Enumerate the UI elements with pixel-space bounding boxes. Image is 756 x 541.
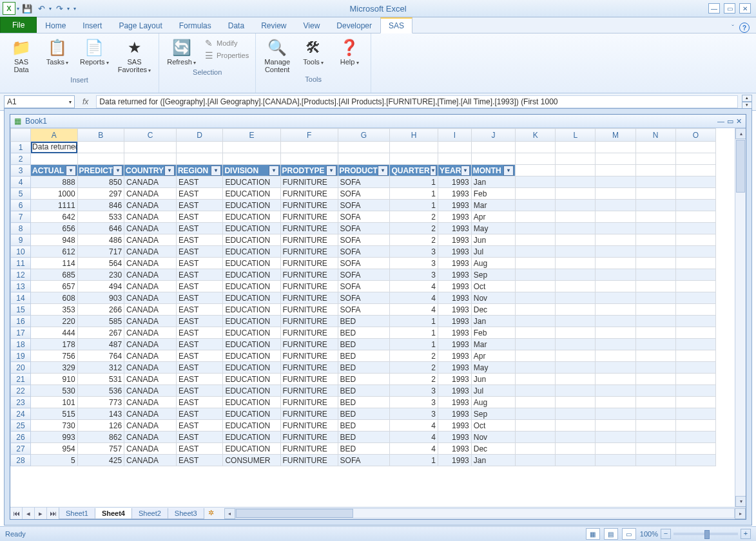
- cell[interactable]: 757: [77, 443, 124, 455]
- cell[interactable]: EAST: [176, 304, 223, 316]
- cell[interactable]: EAST: [176, 397, 223, 408]
- cell[interactable]: 642: [31, 211, 78, 223]
- cell[interactable]: [556, 455, 596, 466]
- cell[interactable]: [675, 385, 715, 397]
- cell[interactable]: 657: [31, 281, 78, 292]
- cell[interactable]: FURNITURE: [280, 258, 338, 269]
- cell[interactable]: [635, 316, 675, 327]
- cell[interactable]: [516, 188, 556, 200]
- cell[interactable]: 312: [77, 362, 124, 374]
- cell[interactable]: 585: [77, 316, 124, 327]
- cell[interactable]: 1: [390, 200, 438, 211]
- cell[interactable]: 730: [31, 420, 78, 432]
- ribbon-minimize-icon[interactable]: ˇ: [732, 24, 734, 32]
- cell[interactable]: 126: [77, 420, 124, 432]
- cell[interactable]: [516, 304, 556, 316]
- filter-dropdown-icon[interactable]: ▾: [378, 166, 388, 176]
- cell[interactable]: [635, 281, 675, 292]
- workbook-close-button[interactable]: ✕: [736, 117, 742, 126]
- cell[interactable]: EDUCATION: [223, 304, 280, 316]
- cell[interactable]: [556, 153, 596, 165]
- row-header[interactable]: 25: [11, 420, 31, 432]
- zoom-control[interactable]: 100% − +: [640, 529, 751, 539]
- cell[interactable]: [596, 362, 635, 374]
- cell[interactable]: EDUCATION: [223, 443, 280, 455]
- cell[interactable]: FURNITURE: [280, 339, 338, 350]
- cell[interactable]: [516, 142, 556, 153]
- ribbon-help-button[interactable]: ❓Help: [332, 36, 367, 75]
- tab-review[interactable]: Review: [253, 18, 295, 33]
- cell[interactable]: FURNITURE: [280, 176, 338, 188]
- cell[interactable]: 2: [390, 362, 438, 374]
- cell[interactable]: [556, 211, 596, 223]
- help-icon[interactable]: ?: [739, 23, 750, 33]
- close-button[interactable]: ✕: [739, 3, 751, 14]
- cell[interactable]: [556, 350, 596, 362]
- cell[interactable]: 5: [31, 455, 78, 466]
- cell[interactable]: [675, 443, 715, 455]
- cell[interactable]: 1: [390, 339, 438, 350]
- cell[interactable]: 1993: [438, 269, 471, 281]
- cell[interactable]: [596, 153, 635, 165]
- cell[interactable]: CANADA: [124, 316, 177, 327]
- filter-dropdown-icon[interactable]: ▾: [461, 166, 469, 176]
- cell[interactable]: EAST: [176, 374, 223, 385]
- cell[interactable]: BED: [338, 385, 390, 397]
- cell[interactable]: FURNITURE: [280, 269, 338, 281]
- save-icon[interactable]: 💾: [21, 2, 34, 15]
- cell[interactable]: [438, 153, 471, 165]
- cell[interactable]: FURNITURE: [280, 292, 338, 304]
- cell[interactable]: CANADA: [124, 188, 177, 200]
- cell[interactable]: [556, 258, 596, 269]
- cell[interactable]: [675, 153, 715, 165]
- cell[interactable]: 612: [31, 246, 78, 258]
- cell[interactable]: [675, 269, 715, 281]
- cell[interactable]: [635, 176, 675, 188]
- cell[interactable]: 1993: [438, 316, 471, 327]
- redo-icon[interactable]: ↷: [53, 2, 66, 15]
- filter-dropdown-icon[interactable]: ▾: [269, 166, 279, 176]
- cell[interactable]: [635, 455, 675, 466]
- cell[interactable]: Nov: [471, 292, 515, 304]
- cell[interactable]: 717: [77, 246, 124, 258]
- cell[interactable]: [675, 234, 715, 246]
- cell[interactable]: Feb: [471, 327, 515, 339]
- table-header-cell[interactable]: MONTH▾: [471, 165, 515, 176]
- cell[interactable]: [390, 142, 438, 153]
- ribbon-modify-button[interactable]: ✎Modify: [201, 37, 251, 49]
- cell[interactable]: SOFA: [338, 188, 390, 200]
- tab-sas[interactable]: SAS: [380, 17, 412, 33]
- row-header[interactable]: 19: [11, 350, 31, 362]
- cell[interactable]: [675, 374, 715, 385]
- cell[interactable]: FURNITURE: [280, 385, 338, 397]
- column-header-B[interactable]: B: [77, 129, 124, 142]
- cell[interactable]: BED: [338, 339, 390, 350]
- cell[interactable]: [516, 397, 556, 408]
- cell[interactable]: 4: [390, 281, 438, 292]
- cell[interactable]: [675, 165, 715, 176]
- cell[interactable]: Sep: [471, 408, 515, 420]
- cell[interactable]: BED: [338, 397, 390, 408]
- row-header[interactable]: 15: [11, 304, 31, 316]
- cell[interactable]: 1993: [438, 234, 471, 246]
- cell[interactable]: [390, 153, 438, 165]
- cell[interactable]: EAST: [176, 292, 223, 304]
- cell[interactable]: SOFA: [338, 455, 390, 466]
- cell[interactable]: 846: [77, 200, 124, 211]
- cell[interactable]: [596, 304, 635, 316]
- ribbon-refresh-button[interactable]: 🔄Refresh: [163, 36, 200, 68]
- cell[interactable]: [176, 153, 223, 165]
- row-header[interactable]: 26: [11, 432, 31, 443]
- cell[interactable]: EAST: [176, 246, 223, 258]
- cell[interactable]: EDUCATION: [223, 350, 280, 362]
- cell[interactable]: 564: [77, 258, 124, 269]
- cell[interactable]: Jan: [471, 455, 515, 466]
- cell[interactable]: EDUCATION: [223, 258, 280, 269]
- row-header[interactable]: 1: [11, 142, 31, 153]
- row-header[interactable]: 10: [11, 246, 31, 258]
- cell[interactable]: BED: [338, 432, 390, 443]
- cell[interactable]: [635, 211, 675, 223]
- row-header[interactable]: 22: [11, 385, 31, 397]
- cell[interactable]: [516, 316, 556, 327]
- cell[interactable]: 444: [31, 327, 78, 339]
